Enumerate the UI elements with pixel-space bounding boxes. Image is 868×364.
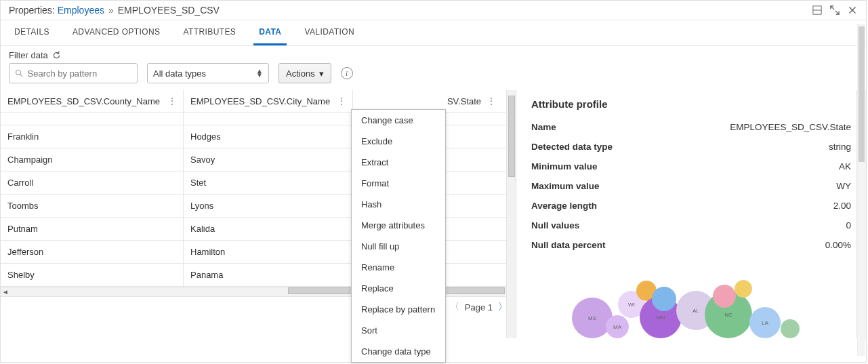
bubble-chart: MS MA WI MN AL NC LA: [531, 264, 851, 338]
profile-value-max: WY: [836, 181, 851, 191]
search-input-wrapper[interactable]: [9, 63, 138, 83]
pager-page-label: Page 1: [465, 302, 493, 312]
menu-replace-by-pattern[interactable]: Replace by pattern: [352, 299, 445, 320]
tab-advanced-options[interactable]: ADVANCED OPTIONS: [67, 20, 166, 45]
profile-label-max: Maximum value: [531, 181, 600, 191]
bubble: LA: [749, 307, 781, 338]
profile-value-avg: 2.00: [833, 201, 851, 211]
menu-null-fill-up[interactable]: Null fill up: [352, 236, 445, 257]
menu-format[interactable]: Format: [352, 173, 445, 194]
profile-label-min: Minimum value: [531, 161, 598, 171]
menu-rename[interactable]: Rename: [352, 257, 445, 278]
breadcrumb-current: EMPLOYEES_SD_CSV: [118, 5, 220, 16]
svg-line-3: [20, 75, 22, 77]
tab-attributes[interactable]: ATTRIBUTES: [178, 20, 241, 45]
actions-button[interactable]: Actions ▾: [278, 63, 331, 83]
column-header-city[interactable]: EMPLOYEES_SD_CSV.City_Name ⋮: [184, 90, 353, 112]
search-input[interactable]: [28, 68, 132, 79]
column-context-menu: Change case Exclude Extract Format Hash …: [351, 109, 446, 363]
tab-validation[interactable]: VALIDATION: [299, 20, 360, 45]
menu-merge-attributes[interactable]: Merge attributes: [352, 215, 445, 236]
bubble: [713, 285, 736, 308]
actions-button-label: Actions: [286, 68, 315, 79]
breadcrumb-separator: »: [108, 5, 114, 16]
datatype-select[interactable]: All data types ▲▼: [147, 63, 269, 83]
bubble: MA: [606, 315, 629, 338]
kebab-icon[interactable]: ⋮: [487, 96, 495, 106]
profile-label-avg: Average length: [531, 201, 597, 211]
prev-page-icon[interactable]: 〈: [450, 301, 459, 313]
menu-extract[interactable]: Extract: [352, 152, 445, 173]
kebab-icon[interactable]: ⋮: [167, 96, 176, 106]
profile-value-name: EMPLOYEES_SD_CSV.State: [730, 122, 851, 132]
profile-label-name: Name: [531, 122, 556, 132]
panel-vertical-scrollbar[interactable]: [857, 24, 865, 356]
tab-bar: DETAILS ADVANCED OPTIONS ATTRIBUTES DATA…: [1, 20, 866, 46]
updown-icon: ▲▼: [256, 69, 263, 77]
attribute-profile-title: Attribute profile: [531, 98, 851, 110]
kebab-icon[interactable]: ⋮: [337, 96, 346, 106]
menu-replace[interactable]: Replace: [352, 278, 445, 299]
tab-details[interactable]: DETAILS: [9, 20, 55, 45]
grid-vertical-scrollbar[interactable]: [506, 90, 516, 338]
menu-hash[interactable]: Hash: [352, 194, 445, 215]
profile-value-nullpct: 0.00%: [825, 240, 851, 250]
tab-data[interactable]: DATA: [253, 20, 287, 45]
bubble: [652, 287, 676, 311]
profile-label-nulls: Null values: [531, 220, 579, 230]
breadcrumb-bar: Properties: Employees » EMPLOYEES_SD_CSV: [1, 1, 866, 20]
profile-value-type: string: [829, 142, 851, 152]
svg-point-2: [16, 70, 21, 75]
menu-change-data-type[interactable]: Change data type: [352, 341, 445, 362]
profile-label-nullpct: Null data percent: [531, 240, 606, 250]
breadcrumb-label: Properties:: [9, 5, 55, 16]
scroll-left-icon[interactable]: ◄: [1, 288, 10, 296]
bubble: [781, 319, 800, 338]
bubble: [735, 280, 752, 298]
menu-sort[interactable]: Sort: [352, 320, 445, 341]
close-icon[interactable]: [847, 5, 858, 16]
breadcrumb-link-employees[interactable]: Employees: [58, 5, 104, 16]
menu-change-case[interactable]: Change case: [352, 110, 445, 131]
refresh-icon[interactable]: [52, 51, 61, 60]
profile-value-min: AK: [839, 161, 851, 171]
column-header-county[interactable]: EMPLOYEES_SD_CSV.County_Name ⋮: [1, 90, 184, 112]
expand-icon[interactable]: [829, 5, 840, 16]
info-icon[interactable]: i: [341, 67, 353, 79]
profile-value-nulls: 0: [846, 220, 851, 230]
profile-label-type: Detected data type: [531, 142, 613, 152]
search-icon: [15, 68, 24, 78]
caret-down-icon: ▾: [319, 68, 324, 79]
datatype-select-value: All data types: [153, 68, 206, 79]
dock-icon[interactable]: [812, 5, 823, 16]
menu-exclude[interactable]: Exclude: [352, 131, 445, 152]
filter-label: Filter data: [9, 50, 48, 60]
